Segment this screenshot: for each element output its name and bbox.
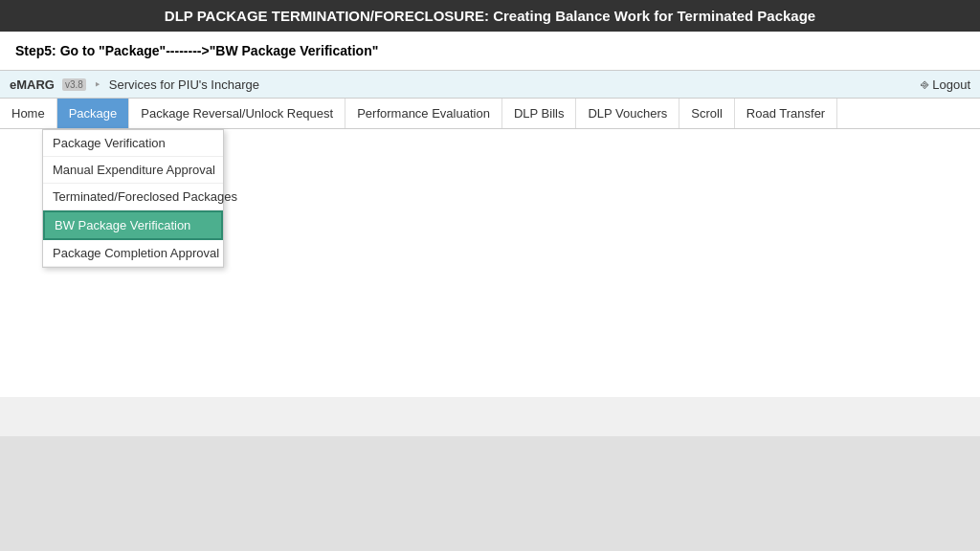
dropdown-item-package-completion[interactable]: Package Completion Approval	[43, 240, 223, 267]
menu-item-package[interactable]: Package	[57, 99, 130, 128]
logout-icon: ⎆	[921, 77, 928, 92]
emarg-left: eMARG v3.8 ‣ Services for PIU's Incharge	[10, 77, 259, 92]
menu-item-dlp-bills[interactable]: DLP Bills	[502, 99, 577, 128]
menu-item-package-reversal[interactable]: Package Reversal/Unlock Request	[129, 99, 345, 128]
emarg-bar: eMARG v3.8 ‣ Services for PIU's Incharge…	[0, 70, 980, 99]
step-instruction: Step5: Go to "Package"-------->"BW Packa…	[0, 32, 980, 70]
logout-label: Logout	[932, 77, 970, 92]
menu-item-dlp-vouchers[interactable]: DLP Vouchers	[576, 99, 679, 128]
menu-item-home[interactable]: Home	[0, 99, 57, 128]
logout-button[interactable]: ⎆ Logout	[921, 77, 970, 92]
dropdown-item-terminated-packages[interactable]: Terminated/Foreclosed Packages	[43, 184, 223, 210]
dropdown-item-manual-expenditure[interactable]: Manual Expenditure Approval	[43, 157, 223, 184]
emarg-service: Services for PIU's Incharge	[109, 77, 259, 92]
menu-item-performance-evaluation[interactable]: Performance Evaluation	[345, 99, 502, 128]
package-dropdown: Package Verification Manual Expenditure …	[42, 129, 224, 268]
emarg-version: v3.8	[62, 78, 86, 91]
menu-item-scroll[interactable]: Scroll	[679, 99, 735, 128]
title-bar: DLP PACKAGE TERMINATION/FORECLOSURE: Cre…	[0, 0, 980, 32]
dropdown-item-bw-package-verification[interactable]: BW Package Verification	[43, 210, 223, 240]
menu-bar: Home Package Package Reversal/Unlock Req…	[0, 99, 980, 129]
dropdown-item-package-verification[interactable]: Package Verification	[43, 130, 223, 157]
emarg-logo: eMARG	[10, 77, 55, 92]
bottom-area	[0, 436, 980, 551]
emarg-separator: ‣	[94, 77, 101, 92]
menu-item-road-transfer[interactable]: Road Transfer	[735, 99, 837, 128]
